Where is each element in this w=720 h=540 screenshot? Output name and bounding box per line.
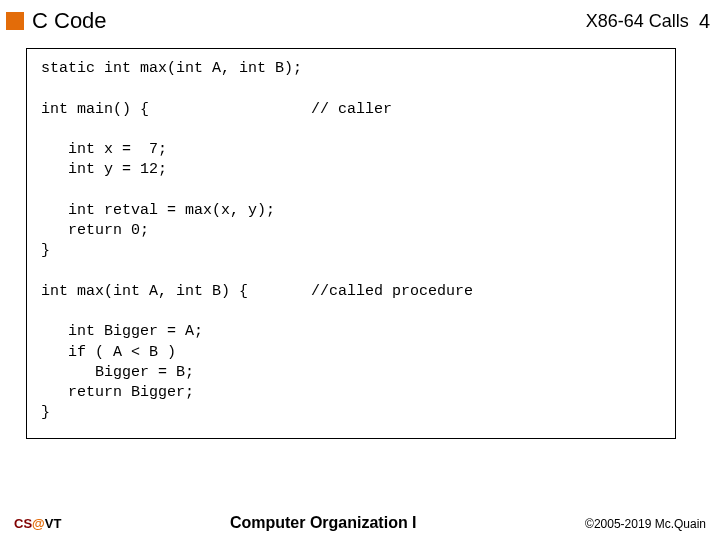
- footer-cs: CS: [14, 516, 32, 531]
- code-box: static int max(int A, int B); int main()…: [26, 48, 676, 439]
- footer-at: @: [32, 516, 45, 531]
- bullet-icon: [6, 12, 24, 30]
- code-line: if ( A < B ): [41, 344, 176, 361]
- slide-topic: X86-64 Calls: [586, 11, 689, 32]
- code-line: int y = 12;: [41, 161, 167, 178]
- slide: C Code X86-64 Calls 4 static int max(int…: [0, 0, 720, 540]
- code-line: }: [41, 404, 50, 421]
- footer-right: ©2005-2019 Mc.Quain: [585, 517, 706, 531]
- code-line: int max(int A, int B) { //called procedu…: [41, 283, 473, 300]
- footer-left: CS@VT: [14, 516, 61, 531]
- code-line: return Bigger;: [41, 384, 194, 401]
- slide-page-number: 4: [699, 10, 710, 33]
- slide-title: C Code: [32, 8, 107, 34]
- slide-header: C Code X86-64 Calls 4: [0, 0, 720, 42]
- code-line: int x = 7;: [41, 141, 167, 158]
- code-line: int retval = max(x, y);: [41, 202, 275, 219]
- code-line: int Bigger = A;: [41, 323, 203, 340]
- footer-center: Computer Organization I: [61, 514, 585, 532]
- footer-vt: VT: [45, 516, 62, 531]
- code-line: return 0;: [41, 222, 149, 239]
- code-line: int main() { // caller: [41, 101, 392, 118]
- code-line: }: [41, 242, 50, 259]
- code-line: Bigger = B;: [41, 364, 194, 381]
- slide-footer: CS@VT Computer Organization I ©2005-2019…: [0, 514, 720, 532]
- code-line: static int max(int A, int B);: [41, 60, 302, 77]
